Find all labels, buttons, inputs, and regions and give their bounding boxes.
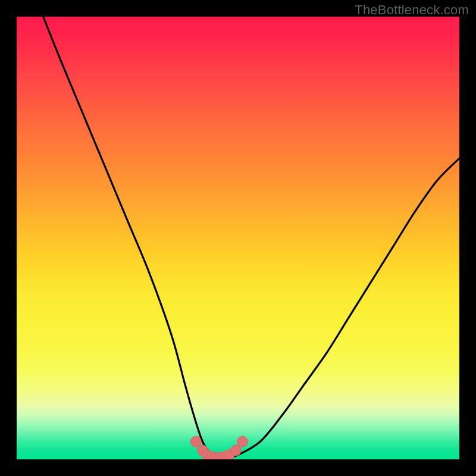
watermark-text: TheBottleneck.com [355,2,469,18]
plot-area [17,17,459,459]
marker-dot [230,445,241,456]
chart-frame: TheBottleneck.com [0,0,476,476]
curve-layer [17,17,459,459]
marker-dot [190,436,201,447]
marker-dot [237,436,248,447]
bottleneck-curve [43,17,459,459]
bottom-markers [190,436,248,459]
